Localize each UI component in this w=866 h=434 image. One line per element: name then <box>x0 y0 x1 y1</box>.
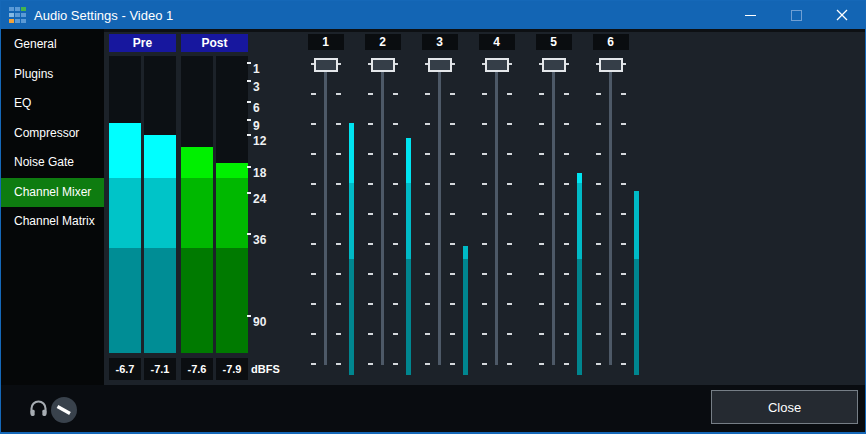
fader-tick <box>393 303 398 305</box>
fader-tick <box>311 273 316 275</box>
fader-tick <box>336 273 341 275</box>
fader-tick <box>482 243 487 245</box>
fader-tick <box>368 333 373 335</box>
fader-tick <box>336 243 341 245</box>
channel-fader-handle[interactable] <box>428 58 452 72</box>
fader-tick <box>621 213 626 215</box>
channel-meter-segment <box>634 191 639 259</box>
scale-label: 1 <box>253 61 260 77</box>
scale-label: 24 <box>253 191 266 207</box>
maximize-button <box>773 1 819 29</box>
channel-meter-segment <box>406 183 411 259</box>
scale-label: 6 <box>253 100 260 116</box>
channel-meter-segment <box>349 183 354 259</box>
minimize-icon <box>745 15 756 16</box>
fader-tick <box>564 243 569 245</box>
scale-tick <box>247 119 251 121</box>
close-window-button[interactable] <box>819 1 865 29</box>
close-button[interactable]: Close <box>711 390 858 424</box>
audio-settings-window: Audio Settings - Video 1 GeneralPluginsE… <box>0 0 866 434</box>
sidebar-item-channel-mixer[interactable]: Channel Mixer <box>1 178 104 208</box>
channel-fader-track[interactable] <box>552 67 555 365</box>
fader-tick <box>621 93 626 95</box>
channel-meter-segment <box>349 259 354 375</box>
meter-bar-segment <box>181 147 213 178</box>
maximize-icon <box>791 10 802 21</box>
meter-readout: -7.9 <box>216 358 248 380</box>
fader-tick <box>336 303 341 305</box>
fader-tick <box>450 363 455 365</box>
fader-tick <box>596 183 601 185</box>
sidebar-item-compressor[interactable]: Compressor <box>1 119 104 149</box>
fader-tick <box>482 363 487 365</box>
channel-fader-track[interactable] <box>495 67 498 365</box>
fader-tick <box>539 303 544 305</box>
fader-tick <box>507 153 512 155</box>
close-icon <box>836 9 848 21</box>
fader-tick <box>596 213 601 215</box>
app-logo-icon <box>9 7 26 24</box>
channel-fader-track[interactable] <box>324 67 327 365</box>
meter-bar-segment <box>144 178 176 248</box>
scale-tick <box>247 101 251 103</box>
channel-fader-handle[interactable] <box>371 58 395 72</box>
scale-tick <box>247 315 251 317</box>
sidebar-item-noise-gate[interactable]: Noise Gate <box>1 148 104 178</box>
fader-tick <box>621 243 626 245</box>
fader-tick <box>621 183 626 185</box>
fader-tick <box>539 363 544 365</box>
sidebar-item-eq[interactable]: EQ <box>1 89 104 119</box>
fader-tick <box>368 123 373 125</box>
fader-tick <box>507 333 512 335</box>
scale-tick <box>247 233 251 235</box>
fader-tick <box>311 183 316 185</box>
fader-tick <box>621 303 626 305</box>
minimize-button[interactable] <box>727 1 773 29</box>
fader-tick <box>621 123 626 125</box>
sidebar-item-channel-matrix[interactable]: Channel Matrix <box>1 207 104 237</box>
fader-tick <box>596 333 601 335</box>
fader-tick <box>368 183 373 185</box>
scale-label: 36 <box>253 232 266 248</box>
channel-header: 3 <box>422 34 458 50</box>
fader-tick <box>336 153 341 155</box>
meter-group-pre-header: Pre <box>109 34 176 52</box>
fader-tick <box>425 243 430 245</box>
sidebar-item-general[interactable]: General <box>1 30 104 60</box>
fader-tick <box>539 243 544 245</box>
fader-tick <box>368 243 373 245</box>
fader-tick <box>539 153 544 155</box>
meter-bar-segment <box>109 248 141 353</box>
scale-tick <box>247 192 251 194</box>
scale-label: 3 <box>253 79 260 95</box>
fader-tick <box>564 93 569 95</box>
fader-tick <box>368 273 373 275</box>
fader-tick <box>311 93 316 95</box>
fader-tick <box>368 153 373 155</box>
fader-tick <box>596 153 601 155</box>
fader-tick <box>393 93 398 95</box>
sidebar-item-plugins[interactable]: Plugins <box>1 60 104 90</box>
channel-header: 2 <box>365 34 401 50</box>
fader-tick <box>596 273 601 275</box>
channel-fader-handle[interactable] <box>485 58 509 72</box>
fader-tick <box>564 153 569 155</box>
fader-tick <box>336 363 341 365</box>
fader-tick <box>596 93 601 95</box>
fader-tick <box>482 183 487 185</box>
fader-tick <box>336 213 341 215</box>
fader-tick <box>311 153 316 155</box>
channel-fader-track[interactable] <box>609 67 612 365</box>
fader-tick <box>425 153 430 155</box>
channel-fader-handle[interactable] <box>599 58 623 72</box>
fader-tick <box>450 93 455 95</box>
channel-header: 1 <box>308 34 344 50</box>
channel-fader-handle[interactable] <box>314 58 338 72</box>
channel-fader-track[interactable] <box>438 67 441 365</box>
channel-fader-track[interactable] <box>381 67 384 365</box>
channel-fader-handle[interactable] <box>542 58 566 72</box>
fader-tick <box>368 213 373 215</box>
fader-tick <box>311 123 316 125</box>
meter-bar-segment <box>144 135 176 178</box>
headphone-volume-knob[interactable] <box>50 396 78 424</box>
